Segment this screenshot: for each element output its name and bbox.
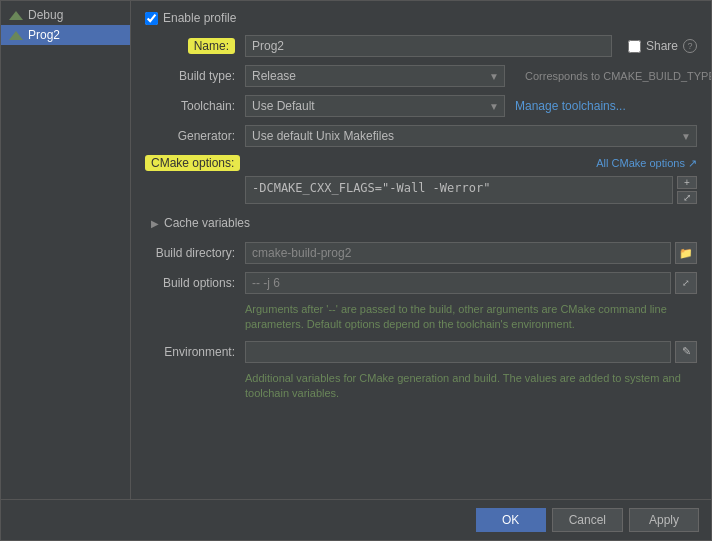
environment-input[interactable]	[245, 341, 671, 363]
build-type-row: Build type: Debug Release RelWithDebInfo…	[145, 65, 697, 87]
build-type-control: Debug Release RelWithDebInfo MinSizeRel …	[245, 65, 711, 87]
dialog-footer: OK Cancel Apply	[1, 499, 711, 540]
sidebar-item-label: Debug	[28, 8, 63, 22]
toolchain-select[interactable]: Use Default	[245, 95, 505, 117]
build-directory-folder-button[interactable]: 📁	[675, 242, 697, 264]
build-options-label: Build options:	[145, 276, 245, 290]
build-type-label: Build type:	[145, 69, 245, 83]
toolchain-label: Toolchain:	[145, 99, 245, 113]
cmake-options-label-area: CMake options:	[145, 155, 245, 171]
corresponds-label: Corresponds to CMAKE_BUILD_TYPE	[525, 70, 711, 82]
cancel-button[interactable]: Cancel	[552, 508, 623, 532]
cache-variables-label: Cache variables	[164, 216, 250, 230]
dialog-content: Debug Prog2 Enable profile Name:	[1, 1, 711, 499]
cache-variables-section: ▶ Cache variables	[145, 214, 697, 232]
cmake-add-button[interactable]: +	[677, 176, 697, 189]
cmake-options-label: CMake options:	[145, 155, 240, 171]
generator-label: Generator:	[145, 129, 245, 143]
build-directory-label: Build directory:	[145, 246, 245, 260]
generator-row: Generator: Use default Unix Makefiles ▼	[145, 125, 697, 147]
cmake-expand-button[interactable]: ⤢	[677, 191, 697, 204]
ok-button[interactable]: OK	[476, 508, 546, 532]
build-options-hint: Arguments after '--' are passed to the b…	[245, 302, 697, 333]
environment-hint: Additional variables for CMake generatio…	[245, 371, 697, 402]
sidebar-item-label: Prog2	[28, 28, 60, 42]
environment-row: Environment: ✎	[145, 341, 697, 363]
build-directory-row: Build directory: 📁	[145, 242, 697, 264]
apply-button[interactable]: Apply	[629, 508, 699, 532]
build-options-expand-button[interactable]: ⤢	[675, 272, 697, 294]
toolchain-control: Use Default ▼ Manage toolchains...	[245, 95, 697, 117]
main-area: Enable profile Name: Share ?	[131, 1, 711, 499]
build-type-select-wrapper: Debug Release RelWithDebInfo MinSizeRel …	[245, 65, 505, 87]
build-options-input[interactable]	[245, 272, 671, 294]
cmake-profile-dialog: Debug Prog2 Enable profile Name:	[0, 0, 712, 541]
debug-icon	[9, 11, 23, 20]
cmake-textarea-buttons: + ⤢	[677, 176, 697, 204]
cache-variables-arrow: ▶	[151, 218, 159, 229]
folder-icon: 📁	[679, 247, 693, 260]
name-share-row: Share ?	[245, 35, 697, 57]
manage-toolchains-link[interactable]: Manage toolchains...	[515, 99, 626, 113]
prog2-icon	[9, 31, 23, 40]
environment-label: Environment:	[145, 345, 245, 359]
all-cmake-options-link[interactable]: All CMake options ↗	[596, 157, 697, 170]
cmake-textarea-wrapper: + ⤢	[245, 176, 697, 204]
help-icon[interactable]: ?	[683, 39, 697, 53]
build-directory-input[interactable]	[245, 242, 671, 264]
toolchain-select-wrapper: Use Default ▼	[245, 95, 505, 117]
cmake-options-header-row: CMake options: All CMake options ↗	[145, 155, 697, 171]
environment-wrapper: ✎	[245, 341, 697, 363]
edit-icon: ✎	[682, 345, 691, 358]
sidebar-item-debug[interactable]: Debug	[1, 5, 130, 25]
share-section: Share ?	[628, 39, 697, 53]
name-input[interactable]	[245, 35, 612, 57]
build-dir-wrapper: 📁	[245, 242, 697, 264]
cmake-options-right: All CMake options ↗	[245, 157, 697, 170]
share-checkbox[interactable]	[628, 40, 641, 53]
name-input-wrapper	[245, 35, 612, 57]
share-label: Share	[646, 39, 678, 53]
enable-profile-input[interactable]	[145, 12, 158, 25]
toolchain-row: Toolchain: Use Default ▼ Manage toolchai…	[145, 95, 697, 117]
cache-variables-header[interactable]: ▶ Cache variables	[151, 214, 697, 232]
environment-edit-button[interactable]: ✎	[675, 341, 697, 363]
sidebar-item-prog2[interactable]: Prog2	[1, 25, 130, 45]
generator-control: Use default Unix Makefiles ▼	[245, 125, 697, 147]
build-options-row: Build options: ⤢	[145, 272, 697, 294]
name-label-wrapper: Name:	[145, 39, 245, 53]
name-row: Name: Share ?	[145, 35, 697, 57]
enable-profile-row: Enable profile	[145, 11, 697, 25]
cmake-options-input[interactable]	[245, 176, 673, 204]
expand-icon: ⤢	[682, 278, 690, 288]
generator-select[interactable]: Use default Unix Makefiles	[245, 125, 697, 147]
generator-select-wrapper: Use default Unix Makefiles ▼	[245, 125, 697, 147]
sidebar: Debug Prog2	[1, 1, 131, 499]
enable-profile-checkbox[interactable]: Enable profile	[145, 11, 236, 25]
build-options-wrapper: ⤢	[245, 272, 697, 294]
enable-profile-label: Enable profile	[163, 11, 236, 25]
name-label: Name:	[188, 38, 235, 54]
build-type-select[interactable]: Debug Release RelWithDebInfo MinSizeRel	[245, 65, 505, 87]
